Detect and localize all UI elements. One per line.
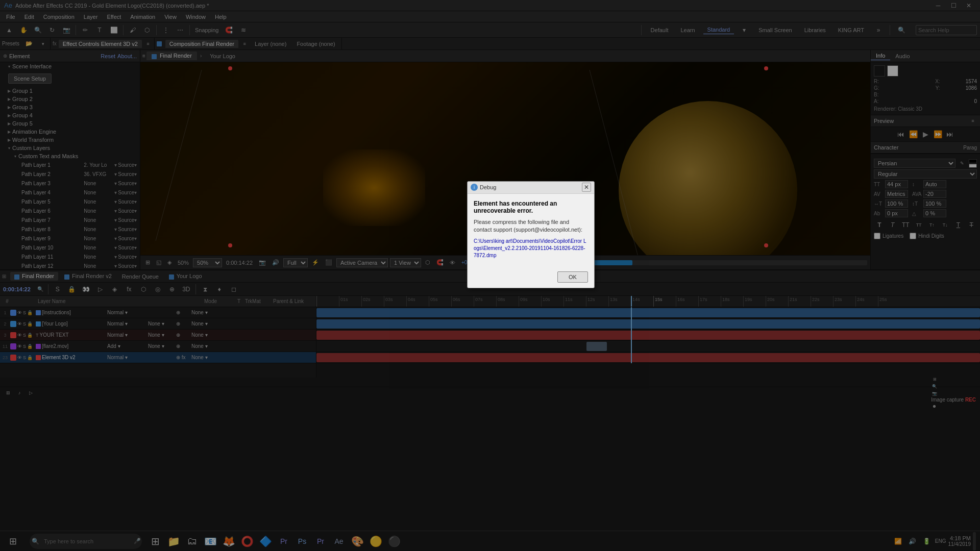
dialog-ok-button[interactable]: OK	[557, 271, 588, 283]
dialog-file-path: C:\Users\king art\Documents\VideoCopilot…	[474, 238, 588, 259]
dialog-message: Please compress the following file and c…	[474, 218, 588, 234]
dialog-title: Debug	[480, 184, 582, 190]
dialog-titlebar: i Debug ✕	[468, 182, 594, 194]
debug-dialog: i Debug ✕ Element has encountered an unr…	[467, 181, 595, 289]
dialog-close-btn-wrap: ✕	[582, 183, 591, 192]
dialog-icon: i	[471, 184, 478, 191]
dialog-footer: OK	[468, 271, 594, 288]
dialog-overlay: i Debug ✕ Element has encountered an unr…	[0, 0, 980, 551]
dialog-close-button[interactable]: ✕	[582, 183, 591, 192]
dialog-error-title: Element has encountered an unrecoverable…	[474, 200, 588, 214]
dialog-body: Element has encountered an unrecoverable…	[468, 194, 594, 272]
